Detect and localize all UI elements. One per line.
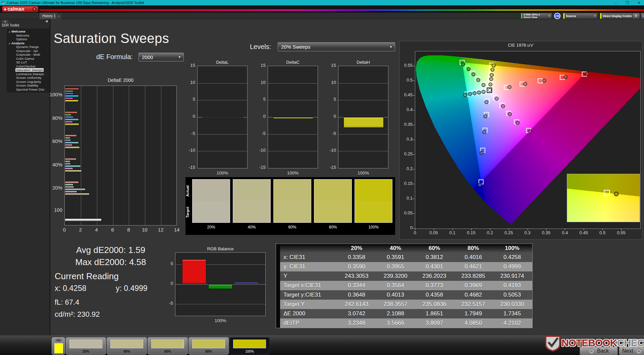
- source-dropdown-arrow-icon: ▼: [592, 15, 597, 17]
- sidebar-item-screen-angularity[interactable]: Screen Angularity: [7, 80, 50, 84]
- sidebar-item-colorchecker[interactable]: ColorChecker: [7, 64, 50, 68]
- rgb_balance-ytick: 0: [160, 281, 173, 286]
- rgb_balance-ytick: -5: [160, 301, 173, 306]
- deltae-bar-cyan-20%: [65, 188, 86, 191]
- add-tab-button[interactable]: +: [56, 13, 61, 19]
- app-icon: [1, 1, 5, 4]
- sidebar-item-color-gamut[interactable]: Color Gamut: [7, 57, 50, 61]
- cie-ytick: 0.25: [400, 151, 413, 156]
- tab-history-1[interactable]: History 1: [40, 13, 58, 19]
- level-tile-100%[interactable]: 100%: [229, 337, 270, 355]
- meter-dropdown-arrow-icon: ▼: [547, 15, 552, 17]
- sidebar-item-grayscale-2pt[interactable]: Grayscale - 2pt: [7, 49, 50, 53]
- de-formula-dropdown[interactable]: 2000 ▼: [139, 53, 184, 61]
- calman-menu-button[interactable]: ◈ calman ▼: [2, 6, 38, 12]
- deltaH-ytick: -5: [323, 131, 336, 136]
- cie-xtick-mark: [565, 229, 565, 230]
- deltae-bar-cyan-60%: [65, 142, 79, 144]
- deltaH-ytick: 10: [323, 80, 336, 85]
- sidebar-item-welcome[interactable]: Welcome: [7, 34, 50, 38]
- minimize-button[interactable]: –: [615, 0, 617, 5]
- actual-row-label: Actual: [185, 181, 191, 201]
- sidebar-item-grayscale-multi[interactable]: Grayscale - Multi: [7, 53, 50, 57]
- level-tile-40%[interactable]: 40%: [107, 337, 147, 355]
- levels-dropdown[interactable]: 20% Sweeps ▼: [278, 42, 395, 51]
- deltaL-title: DeltaL: [197, 60, 248, 65]
- deltaL-ytick: -5: [182, 131, 195, 136]
- settings-gear-button[interactable]: ⚙: [632, 13, 640, 19]
- sidebar-item-spectral-power-dist-[interactable]: Spectral Power Dist.: [7, 88, 50, 92]
- gridline: [198, 83, 247, 84]
- deltae-bar-yellow-60%: [65, 146, 80, 149]
- patch-up-arrow-icon[interactable]: ▲: [55, 339, 62, 342]
- deltae-bar-green-60%: [65, 137, 70, 139]
- calman-menu-arrow-icon[interactable]: ▼: [32, 7, 37, 11]
- table-cell: 0.5053: [493, 290, 532, 300]
- table-row-3: Y243.3053239.3200236.2023233.8285230.917…: [276, 271, 532, 281]
- gridline: [175, 304, 265, 304]
- table-header-row: 20%40%60%80%100%: [276, 244, 532, 253]
- sidebar-item-dynamic-range[interactable]: Dynamic Range: [7, 45, 50, 49]
- meter-count-badge[interactable]: 236: [554, 13, 560, 19]
- sidebar-collapse-icon[interactable]: ◀: [45, 19, 48, 23]
- cie-ytick-mark: [413, 154, 415, 155]
- tree-item-label: Screen Angularity: [15, 80, 42, 84]
- sidebar-item-3d-lut[interactable]: 3D LUT: [7, 60, 50, 64]
- sidebar-item-screen-uniformity[interactable]: Screen Uniformity: [7, 76, 50, 80]
- cie-xtick: 0.4: [558, 230, 572, 235]
- deltae-xtick: 12: [157, 227, 165, 233]
- tree-group-welcome[interactable]: Welcome: [7, 30, 50, 34]
- tree-group-analysis[interactable]: Analysis: [7, 41, 50, 45]
- deltae-bar-red-100%: [65, 88, 79, 90]
- deltaH-bar: [343, 117, 384, 128]
- deltaH-title: DeltaH: [338, 60, 388, 65]
- sidebar-mini-button[interactable]: [1, 20, 9, 23]
- meter-dropdown[interactable]: X-Rite i1Pro 2 Direct View ▼: [521, 13, 552, 19]
- sidebar-item-screen-stability[interactable]: Screen Stability: [7, 84, 50, 88]
- deltae-bar-blue-20%: [65, 186, 74, 188]
- row-strip: [276, 281, 280, 290]
- cie-ytick-mark: [413, 66, 415, 66]
- table-header-label: [280, 244, 337, 253]
- sidebar-item-saturation-sweeps[interactable]: Saturation Sweeps: [7, 68, 50, 72]
- close-button[interactable]: ✕: [638, 0, 641, 5]
- source-dropdown[interactable]: Source ▼: [563, 13, 598, 19]
- window-titlebar[interactable]: Calman 2022 Calman Ultimate for Business…: [0, 0, 644, 5]
- page-title: Saturation Sweeps: [54, 31, 169, 46]
- level-tile-80%[interactable]: 80%: [189, 337, 229, 355]
- table-cell: 0.3564: [376, 281, 415, 290]
- swatch-label: 60%: [273, 225, 311, 230]
- swatch-label: 100%: [355, 225, 392, 230]
- cie-ytick-mark: [413, 110, 415, 110]
- level-tile-20%[interactable]: 20%: [66, 337, 106, 355]
- level-tile-60%[interactable]: 60%: [148, 337, 188, 355]
- panel-collapse-button[interactable]: ◀: [641, 13, 644, 19]
- rgb_balance-bar-green: [208, 284, 232, 289]
- sidebar-item-options[interactable]: Options: [7, 37, 50, 41]
- table-cell: 0.3773: [415, 281, 454, 290]
- cie-ytick-mark: [413, 184, 415, 184]
- table-cell: 0.3358: [337, 253, 376, 262]
- cie-ytick: 0.4: [400, 107, 413, 112]
- deltaH-ytick: -15: [323, 165, 336, 170]
- deltaL-ytick: 5: [182, 97, 195, 102]
- tile-label: 100%: [230, 350, 269, 353]
- deltae-bar-red-80%: [65, 111, 77, 114]
- swatch-target: [233, 201, 270, 222]
- target-row-label: Target: [185, 202, 191, 223]
- deltaL-ytick: -15: [182, 165, 195, 170]
- cie-zoom-inset-canvas: [567, 174, 640, 222]
- levels-dropdown-arrow-icon: ▼: [389, 45, 395, 49]
- deltae-bar-blue-60%: [65, 139, 71, 142]
- cie-ytick-mark: [413, 81, 415, 81]
- deltae-bar-cyan-40%: [65, 165, 81, 167]
- sidebar-item-luminance-sweeps[interactable]: Luminance Sweeps: [7, 72, 50, 76]
- gridline: [97, 86, 97, 225]
- deltaH-ytick: 0: [323, 114, 336, 119]
- cie-ytick: 0.05: [400, 210, 413, 215]
- tree-item-label: Screen Uniformity: [15, 76, 42, 80]
- table-row-5: Target y:CIE310.36480.40130.43580.46820.…: [276, 290, 532, 300]
- swatch-target: [274, 201, 311, 222]
- maximize-button[interactable]: ❐: [626, 0, 629, 5]
- patch-window-tile[interactable]: ▲: [52, 337, 65, 355]
